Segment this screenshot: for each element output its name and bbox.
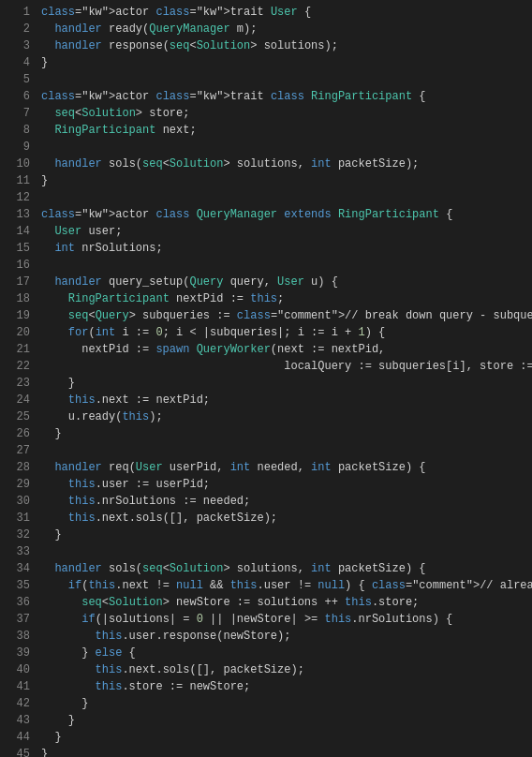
code-line: seq<Query> subqueries := class="comment"… (41, 307, 532, 324)
code-line: this.store := newStore; (41, 678, 532, 695)
code-line: RingParticipant next; (41, 122, 532, 139)
line-number: 28 (4, 459, 30, 476)
line-number: 22 (4, 358, 30, 375)
code-line: seq<Solution> store; (41, 105, 532, 122)
line-number: 31 (4, 510, 30, 527)
code-line: u.ready(this); (41, 408, 532, 425)
code-line: } (41, 425, 532, 442)
code-line: if(|solutions| = 0 || |newStore| >= this… (41, 611, 532, 628)
line-number: 42 (4, 695, 30, 712)
line-number: 21 (4, 341, 30, 358)
code-line: this.next := nextPid; (41, 392, 532, 408)
code-line: RingParticipant nextPid := this; (41, 290, 532, 307)
line-number: 24 (4, 392, 30, 408)
line-number: 16 (4, 257, 30, 274)
code-line (41, 442, 532, 459)
line-number: 14 (4, 223, 30, 240)
code-line: } (41, 695, 532, 712)
code-line: this.user.response(newStore); (41, 628, 532, 645)
line-number: 40 (4, 661, 30, 678)
line-number: 19 (4, 307, 30, 324)
line-number: 45 (4, 746, 30, 757)
code-editor: 1234567891011121314151617181920212223242… (0, 4, 532, 757)
code-line: for(int i := 0; i < |subqueries|; i := i… (41, 324, 532, 341)
code-line: class="kw">actor class="kw">trait class … (41, 88, 532, 105)
code-line: } (41, 54, 532, 71)
line-number: 17 (4, 274, 30, 290)
line-number: 44 (4, 729, 30, 746)
code-line: localQuery := subqueries[i], store := []… (41, 358, 532, 375)
line-number: 6 (4, 88, 30, 105)
line-number: 32 (4, 527, 30, 543)
code-line: handler sols(seq<Solution> solutions, in… (41, 560, 532, 577)
code-line: class="kw">actor class QueryManager exte… (41, 206, 532, 223)
line-number: 23 (4, 375, 30, 392)
code-line: User user; (41, 223, 532, 240)
line-number: 5 (4, 71, 30, 88)
line-number: 36 (4, 594, 30, 611)
code-line: this.next.sols([], packetSize); (41, 661, 532, 678)
line-number: 3 (4, 37, 30, 54)
code-line (41, 543, 532, 560)
code-line: } (41, 712, 532, 729)
line-number: 27 (4, 442, 30, 459)
code-line: } (41, 746, 532, 757)
line-number: 10 (4, 156, 30, 172)
code-line: class="kw">actor class="kw">trait User { (41, 4, 532, 21)
code-line: } (41, 527, 532, 543)
line-number: 13 (4, 206, 30, 223)
line-number: 15 (4, 240, 30, 257)
code-line (41, 71, 532, 88)
code-line: if(this.next != null && this.user != nul… (41, 577, 532, 594)
line-number: 26 (4, 425, 30, 442)
line-number: 25 (4, 408, 30, 425)
code-line (41, 189, 532, 206)
line-number: 30 (4, 493, 30, 510)
code-line (41, 257, 532, 274)
code-line: handler response(seq<Solution> solutions… (41, 37, 532, 54)
code-line: } (41, 375, 532, 392)
code-line: handler ready(QueryManager m); (41, 21, 532, 37)
code-line: } (41, 172, 532, 189)
code-line: nextPid := spawn QueryWorker(next := nex… (41, 341, 532, 358)
line-numbers: 1234567891011121314151617181920212223242… (0, 4, 34, 757)
code-line: handler query_setup(Query query, User u)… (41, 274, 532, 290)
line-number: 4 (4, 54, 30, 71)
line-number: 2 (4, 21, 30, 37)
code-line: this.nrSolutions := needed; (41, 493, 532, 510)
code-line: seq<Solution> newStore := solutions ++ t… (41, 594, 532, 611)
code-line: } else { (41, 645, 532, 661)
code-line (41, 139, 532, 156)
code-line: this.next.sols([], packetSize); (41, 510, 532, 527)
line-number: 38 (4, 628, 30, 645)
code-line: int nrSolutions; (41, 240, 532, 257)
code-line: this.user := userPid; (41, 476, 532, 493)
line-number: 20 (4, 324, 30, 341)
line-number: 35 (4, 577, 30, 594)
code-line: } (41, 729, 532, 746)
line-number: 41 (4, 678, 30, 695)
line-number: 43 (4, 712, 30, 729)
line-number: 39 (4, 645, 30, 661)
line-number: 29 (4, 476, 30, 493)
code-line: handler sols(seq<Solution> solutions, in… (41, 156, 532, 172)
line-number: 33 (4, 543, 30, 560)
code-content: class="kw">actor class="kw">trait User {… (34, 4, 532, 757)
line-number: 37 (4, 611, 30, 628)
line-number: 8 (4, 122, 30, 139)
line-number: 1 (4, 4, 30, 21)
line-number: 7 (4, 105, 30, 122)
line-number: 12 (4, 189, 30, 206)
line-number: 34 (4, 560, 30, 577)
line-number: 11 (4, 172, 30, 189)
line-number: 9 (4, 139, 30, 156)
code-line: handler req(User userPid, int needed, in… (41, 459, 532, 476)
line-number: 18 (4, 290, 30, 307)
